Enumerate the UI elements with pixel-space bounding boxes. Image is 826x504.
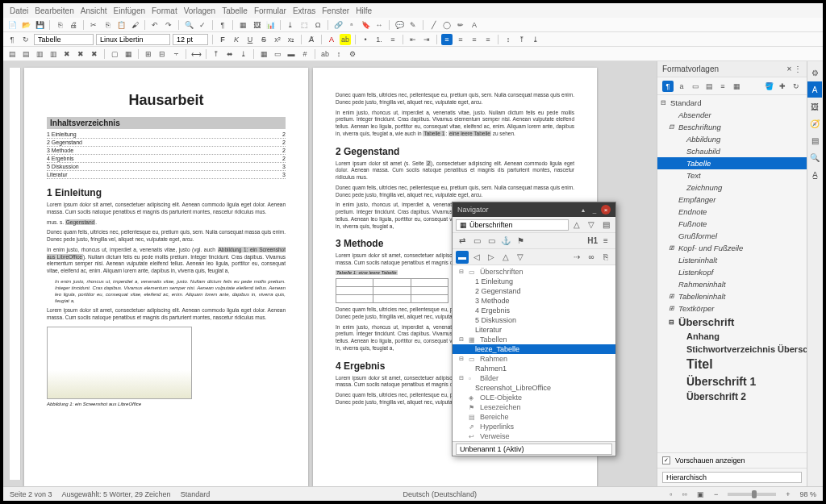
style-item[interactable]: ⊟Standard: [657, 97, 807, 109]
style-item[interactable]: Tabelle: [657, 157, 807, 169]
undo-icon[interactable]: ↶: [149, 19, 161, 31]
nav-link1-icon[interactable]: ⇢: [570, 251, 583, 264]
style-item[interactable]: ⊟Überschrift: [657, 314, 807, 330]
style-item[interactable]: Anhang: [657, 330, 807, 343]
toc-entry[interactable]: Literatur3: [47, 171, 286, 179]
para-spacing-inc-icon[interactable]: ⤒: [516, 34, 528, 45]
chart-icon[interactable]: 📊: [265, 19, 276, 31]
align-left-icon[interactable]: ≡: [441, 34, 453, 45]
merge-cells-icon[interactable]: ⊞: [143, 48, 154, 60]
nav-dragmode-icon[interactable]: ▬: [456, 251, 469, 264]
style-item[interactable]: Titel: [657, 356, 807, 373]
nav-move-down-icon[interactable]: ▽: [514, 251, 527, 264]
delete-col-icon[interactable]: ✖: [75, 48, 86, 60]
font-name-combo[interactable]: Linux Libertin: [96, 34, 170, 45]
style-item[interactable]: ⊞Tabelleninhalt: [657, 290, 807, 302]
sort-icon[interactable]: ↕: [333, 48, 344, 60]
select-table-icon[interactable]: ▦: [123, 48, 134, 60]
nav-down-icon[interactable]: ▽: [585, 219, 598, 231]
status-style[interactable]: Standard: [181, 490, 211, 498]
line-spacing-icon[interactable]: ↕: [503, 34, 514, 45]
italic-icon[interactable]: K: [231, 34, 242, 45]
nav-reminder-icon[interactable]: ⚑: [514, 235, 527, 248]
valign-top-icon[interactable]: ⤒: [211, 48, 222, 60]
style-item[interactable]: Text: [657, 169, 807, 181]
table-styles-icon[interactable]: ▦: [731, 81, 742, 92]
redo-icon[interactable]: ↷: [163, 19, 174, 31]
line-icon[interactable]: ╱: [428, 19, 439, 31]
preview-checkbox[interactable]: ✓: [662, 456, 670, 464]
track-changes-icon[interactable]: ✎: [407, 19, 419, 31]
insert-row-above-icon[interactable]: ▤: [6, 48, 18, 60]
page-1[interactable]: Hausarbeit Inhaltsverzeichnis 1 Einleitu…: [24, 68, 308, 486]
find-icon[interactable]: 🔍: [183, 19, 194, 31]
style-item[interactable]: Listenkopf: [657, 266, 807, 278]
print-icon[interactable]: 🖨: [68, 19, 79, 31]
nav-up-icon[interactable]: △: [570, 219, 583, 231]
style-item[interactable]: Schaubild: [657, 145, 807, 157]
nav-tree-item[interactable]: 3 Methode: [453, 296, 615, 306]
highlight-icon[interactable]: ab: [340, 34, 351, 45]
status-language[interactable]: Deutsch (Deutschland): [403, 490, 477, 498]
nav-tree-item[interactable]: 4 Ergebnis: [453, 306, 615, 315]
underline-icon[interactable]: U: [244, 34, 256, 45]
bullet-list-icon[interactable]: •: [360, 34, 371, 45]
style-item[interactable]: Überschrift 1: [657, 373, 807, 389]
style-item[interactable]: Grußformel: [657, 230, 807, 242]
list-styles-icon[interactable]: ≡: [717, 81, 728, 92]
toc-entry[interactable]: 1 Einleitung2: [47, 131, 286, 139]
cut-icon[interactable]: ✂: [88, 19, 99, 31]
nav-tree-item[interactable]: 5 Diskussion: [453, 315, 615, 325]
figure-image[interactable]: [47, 327, 192, 399]
hyperlink-icon[interactable]: 🔗: [332, 19, 344, 31]
menu-format[interactable]: Format: [152, 6, 177, 15]
navigator-titlebar[interactable]: Navigator ▴ _ ×: [453, 202, 615, 217]
save-icon[interactable]: 💾: [34, 19, 45, 31]
style-item[interactable]: Stichwortverzeichnis Übersc: [657, 343, 807, 356]
close-icon[interactable]: ×: [786, 65, 791, 73]
toc-entry[interactable]: 5 Diskussion3: [47, 163, 286, 171]
inspector-tab-icon[interactable]: 🔍: [807, 149, 822, 165]
style-item[interactable]: Empfänger: [657, 194, 807, 206]
frame-styles-icon[interactable]: ▭: [690, 81, 701, 92]
number-format-icon[interactable]: #: [299, 48, 311, 60]
bold-icon[interactable]: F: [217, 34, 228, 45]
export-pdf-icon[interactable]: ⎘: [54, 19, 65, 31]
format-paint-icon[interactable]: 🖌: [129, 19, 140, 31]
page-tab-icon[interactable]: ▤: [807, 132, 822, 148]
nav-tree-item[interactable]: ⚑Lesezeichen: [453, 402, 615, 412]
nav-tree-item[interactable]: ⊟▫Bilder: [453, 373, 615, 383]
split-table-icon[interactable]: ⫟: [170, 48, 181, 60]
menu-hilfe[interactable]: Hilfe: [356, 6, 372, 15]
nav-tree-item[interactable]: 1 Einleitung: [453, 277, 615, 286]
menu-vorlagen[interactable]: Vorlagen: [184, 6, 215, 15]
align-center-icon[interactable]: ≡: [455, 34, 466, 45]
ruler-vertical[interactable]: [10, 68, 21, 480]
nav-demote-icon[interactable]: ▷: [485, 251, 498, 264]
menu-bearbeiten[interactable]: Bearbeiten: [35, 6, 73, 15]
nav-tree-item[interactable]: ⊟▭Rahmen: [453, 354, 615, 364]
styles-icon[interactable]: ¶: [6, 34, 18, 45]
menu-datei[interactable]: Datei: [10, 6, 28, 15]
page-styles-icon[interactable]: ▤: [703, 81, 715, 92]
split-cells-icon[interactable]: ⊟: [156, 48, 168, 60]
align-justify-icon[interactable]: ≡: [482, 34, 494, 45]
menu-fenster[interactable]: Fenster: [322, 6, 349, 15]
view-book-icon[interactable]: ▣: [697, 490, 704, 498]
empty-table[interactable]: [336, 278, 448, 303]
navigator-window[interactable]: Navigator ▴ _ × ▦ Überschriften △ ▽ ▤ ⇄ …: [452, 202, 616, 456]
delete-table-icon[interactable]: ✖: [89, 48, 100, 60]
minimize-icon[interactable]: _: [590, 205, 599, 215]
nav-link3-icon[interactable]: ⎘: [599, 251, 612, 264]
font-size-combo[interactable]: 12 pt: [173, 34, 208, 45]
zoom-slider[interactable]: [728, 493, 776, 496]
fill-format-icon[interactable]: 🪣: [763, 81, 774, 92]
nav-footer-icon[interactable]: ▭: [485, 235, 498, 248]
nav-toggle-icon[interactable]: ⇄: [456, 235, 469, 248]
menu-einfügen[interactable]: Einfügen: [114, 6, 145, 15]
menu-extras[interactable]: Extras: [293, 6, 315, 15]
fontwork-icon[interactable]: A: [469, 19, 480, 31]
valign-center-icon[interactable]: ⬌: [224, 48, 236, 60]
changes-tab-icon[interactable]: A̲: [807, 166, 822, 182]
paste-icon[interactable]: 📋: [115, 19, 127, 31]
